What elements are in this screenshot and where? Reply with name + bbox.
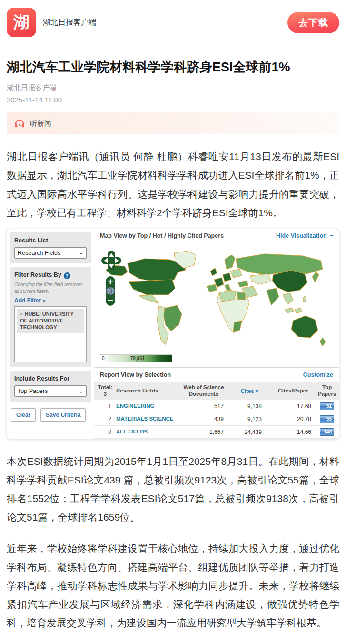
cites-value: 9,138: [230, 403, 268, 410]
col-top-papers: Top Papers: [318, 384, 336, 398]
top-papers-bar: 51: [318, 402, 334, 410]
report-view-title: Report View by Selection: [100, 372, 171, 378]
table-row: 1 ENGINEERING 517 9,138 17.68 51: [94, 400, 339, 413]
cites-per-paper-value: 17.68: [268, 403, 318, 410]
map-area: 0 79,961: [94, 243, 339, 367]
results-list-label: Results List: [14, 237, 87, 244]
field-link[interactable]: ENGINEERING: [116, 403, 177, 410]
app-logo-glyph: 湖: [13, 11, 30, 33]
map-zoom-control[interactable]: [105, 276, 116, 306]
cites-per-paper-value: 14.66: [268, 429, 318, 435]
results-list-section: Results List Research Fields ⌄: [10, 232, 91, 263]
col-cites-sort[interactable]: Cites ▾: [230, 388, 268, 394]
article-date: 2025-11-14 11:00: [7, 96, 339, 104]
remove-filter-icon[interactable]: ×: [20, 311, 23, 317]
filter-box: ×HUBEI UNIVERSITY OF AUTOMOTIVE TECHNOLO…: [14, 306, 87, 362]
map-legend: 0 79,961: [100, 354, 172, 362]
hide-visualization-link[interactable]: Hide Visualization −: [276, 232, 333, 239]
filter-by-label: Filter Results By?: [14, 272, 87, 280]
listen-news-button[interactable]: 听新闻: [7, 112, 339, 134]
include-results-label: Include Results For: [14, 375, 87, 382]
docs-value: 1,667: [177, 429, 230, 435]
results-list-value: Research Fields: [18, 250, 60, 256]
col-documents: Web of Science Documents: [177, 384, 230, 398]
map-controls: [101, 250, 122, 308]
field-link[interactable]: MATERIALS SCIENCE: [116, 416, 177, 423]
map-pan-control[interactable]: [101, 250, 122, 271]
world-map[interactable]: [103, 246, 339, 361]
docs-value: 517: [177, 403, 230, 410]
filter-chip[interactable]: ×HUBEI UNIVERSITY OF AUTOMOTIVE TECHNOLO…: [17, 309, 84, 333]
clear-button[interactable]: Clear: [11, 408, 36, 422]
table-row: 0 ALL FIELDS 1,667 24,439 14.66 148: [94, 426, 339, 439]
filter-chip-label: HUBEI UNIVERSITY OF AUTOMOTIVE TECHNOLOG…: [20, 311, 74, 330]
customize-link[interactable]: Customize: [303, 372, 333, 378]
row-rank: 2: [94, 416, 116, 423]
sidebar-buttons: Clear Save Criteria: [11, 408, 90, 422]
legend-max: 79,961: [130, 356, 145, 361]
report-table: Total: 3 Research Fields Web of Science …: [94, 382, 339, 439]
table-header-row: Total: 3 Research Fields Web of Science …: [94, 382, 339, 400]
top-papers-bar: 55: [318, 415, 334, 423]
esi-screenshot: Results List Research Fields ⌄ Filter Re…: [7, 229, 339, 439]
cites-per-paper-value: 20.78: [268, 416, 318, 423]
map-view-title: Map View by Top / Hot / Highly Cited Pap…: [100, 232, 224, 239]
col-research-fields: Research Fields: [116, 388, 177, 394]
cites-value: 24,439: [230, 429, 268, 435]
paragraph-1: 湖北日报客户端讯（通讯员 何静 杜鹏）科睿唯安11月13日发布的最新ESI数据显…: [7, 147, 339, 221]
map-header: Map View by Top / Hot / Highly Cited Pap…: [94, 229, 339, 243]
headphones-icon: [14, 119, 25, 128]
article-body: 湖北汽车工业学院材料科学学科跻身ESI全球前1% 湖北日报客户端 2025-11…: [0, 59, 346, 644]
table-row: 2 MATERIALS SCIENCE 439 9,123 20.78 55: [94, 413, 339, 426]
app-logo: 湖: [7, 8, 36, 37]
row-rank: 0: [94, 429, 116, 435]
article-title: 湖北汽车工业学院材料科学学科跻身ESI全球前1%: [7, 59, 339, 76]
report-header: Report View by Selection Customize: [94, 367, 339, 382]
paragraph-3: 近年来，学校始终将学科建设置于核心地位，持续加大投入力度，通过优化学科布局、凝练…: [7, 539, 339, 632]
esi-main-panel: Map View by Top / Hot / Highly Cited Pap…: [94, 229, 339, 439]
results-list-select[interactable]: Research Fields ⌄: [14, 247, 87, 259]
help-icon[interactable]: ?: [64, 272, 70, 279]
article-source: 湖北日报客户端: [7, 83, 339, 92]
esi-sidebar: Results List Research Fields ⌄ Filter Re…: [7, 229, 94, 439]
legend-min: 0: [102, 356, 105, 361]
listen-news-label: 听新闻: [30, 119, 51, 128]
paragraph-2: 本次ESI数据统计周期为2015年1月1日至2025年8月31日。在此期间，材料…: [7, 452, 339, 526]
top-papers-bar: 148: [318, 428, 334, 436]
include-results-section: Include Results For Top Papers ⌄: [10, 371, 91, 402]
docs-value: 439: [177, 416, 230, 423]
include-results-value: Top Papers: [18, 388, 48, 394]
app-header: 湖 湖北日报客户端 去下载: [0, 0, 346, 47]
field-link[interactable]: ALL FIELDS: [116, 429, 177, 435]
row-rank: 1: [94, 403, 116, 410]
download-button[interactable]: 去下载: [287, 12, 339, 33]
col-cites-paper: Cites/Paper: [268, 388, 318, 394]
chevron-down-icon: ⌄: [79, 388, 83, 394]
cites-value: 9,123: [230, 416, 268, 423]
add-filter-link[interactable]: Add Filter »: [14, 297, 46, 304]
save-criteria-button[interactable]: Save Criteria: [40, 408, 86, 422]
total-header: Total: 3: [94, 384, 116, 398]
collapse-icon: −: [330, 232, 333, 239]
app-name: 湖北日报客户端: [43, 18, 96, 28]
chevron-down-icon: ⌄: [79, 250, 83, 256]
include-results-select[interactable]: Top Papers ⌄: [14, 385, 87, 397]
filter-note: Changing the filter field removes all cu…: [14, 282, 87, 294]
filter-results-section: Filter Results By? Changing the filter f…: [10, 267, 91, 368]
